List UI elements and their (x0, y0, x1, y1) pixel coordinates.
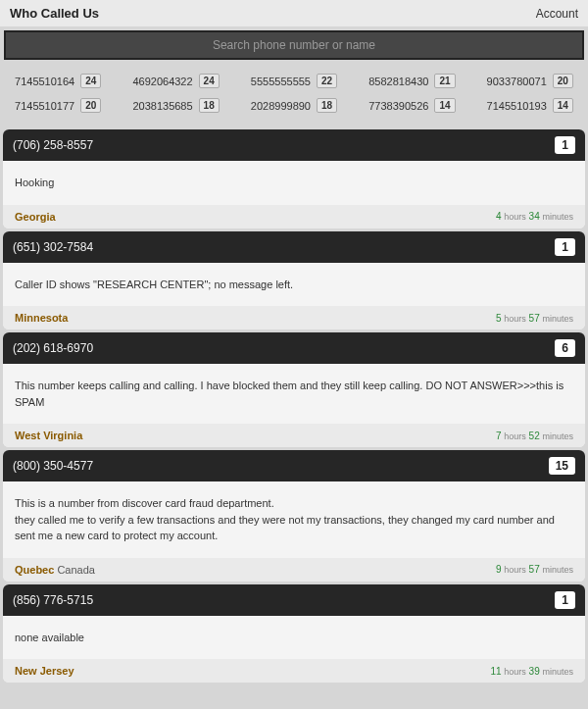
trending-number-text: 5555555555 (251, 76, 311, 87)
entry-location[interactable]: Georgia (15, 211, 56, 223)
entry-timestamp: 7 hours 52 minutes (496, 430, 573, 441)
entry-footer: West Virginia7 hours 52 minutes (3, 424, 585, 447)
entry-count-badge: 1 (555, 238, 575, 256)
entry-country: Canada (57, 564, 95, 576)
entry-comment: Caller ID shows "RESEARCH CENTER"; no me… (3, 263, 585, 307)
entry-phone: (706) 258-8557 (13, 138, 93, 152)
entry: (706) 258-85571HookingGeorgia4 hours 34 … (3, 129, 585, 228)
entry-count-badge: 1 (555, 591, 575, 609)
entry-header[interactable]: (202) 618-69706 (3, 332, 585, 364)
trending-number[interactable]: 714551017720 (15, 98, 101, 113)
trending-number[interactable]: 202899989018 (251, 98, 337, 113)
entry-state: Quebec (15, 564, 54, 576)
trending-count-badge: 22 (317, 74, 337, 88)
entry-timestamp: 5 hours 57 minutes (496, 313, 573, 324)
entry-count-badge: 15 (549, 457, 575, 475)
trending-number-text: 8582818430 (368, 76, 428, 87)
entry-comment: This number keeps calling and calling. I… (3, 364, 585, 424)
trending-number[interactable]: 773839052614 (368, 98, 455, 113)
entry: (856) 776-57151none availableNew Jersey1… (3, 584, 585, 684)
entry-phone: (202) 618-6970 (13, 341, 93, 355)
trending-number-text: 7145510193 (487, 100, 547, 112)
entry-comment: Hooking (3, 161, 585, 205)
trending-count-badge: 20 (80, 98, 101, 113)
entry-footer: Minnesota5 hours 57 minutes (3, 306, 585, 329)
entry-phone: (856) 776-5715 (13, 593, 93, 607)
trending-count-badge: 18 (317, 98, 337, 113)
site-brand[interactable]: Who Called Us (10, 6, 99, 21)
trending-number[interactable]: 714551019314 (487, 98, 573, 113)
entry-header[interactable]: (856) 776-57151 (3, 584, 585, 616)
entry-footer: New Jersey11 hours 39 minutes (3, 659, 585, 683)
entry-footer: Georgia4 hours 34 minutes (3, 205, 585, 228)
trending-count-badge: 21 (434, 74, 455, 88)
search-placeholder: Search phone number or name (213, 38, 375, 52)
entry: (800) 350-457715This is a number from di… (3, 450, 585, 582)
entry-count-badge: 1 (555, 136, 575, 154)
entry-phone: (800) 350-4577 (13, 459, 93, 473)
trending-count-badge: 18 (199, 98, 220, 113)
trending-count-badge: 24 (199, 74, 220, 88)
entry: (202) 618-69706This number keeps calling… (3, 332, 585, 447)
entry-state: Minnesota (15, 312, 68, 324)
trending-number-text: 7145510164 (15, 76, 74, 87)
entry: (651) 302-75841Caller ID shows "RESEARCH… (3, 231, 585, 330)
entry-timestamp: 11 hours 39 minutes (490, 666, 573, 677)
entry-location[interactable]: West Virginia (15, 430, 82, 441)
entry-location[interactable]: New Jersey (15, 665, 74, 677)
entry-header[interactable]: (800) 350-457715 (3, 450, 585, 481)
trending-number-text: 2038135685 (132, 100, 192, 112)
account-link[interactable]: Account (536, 7, 578, 21)
trending-count-badge: 20 (553, 74, 573, 88)
entry-timestamp: 4 hours 34 minutes (496, 211, 573, 222)
search-input[interactable]: Search phone number or name (4, 30, 584, 60)
entry-state: New Jersey (15, 665, 74, 677)
entry-header[interactable]: (651) 302-75841 (3, 231, 585, 263)
trending-number[interactable]: 903378007120 (487, 74, 573, 88)
trending-number-text: 2028999890 (251, 100, 311, 112)
trending-number-text: 7738390526 (368, 100, 428, 112)
entry-count-badge: 6 (555, 339, 575, 357)
search-wrap: Search phone number or name (0, 26, 588, 64)
entry-state: Georgia (15, 211, 56, 223)
entry-state: West Virginia (15, 430, 82, 441)
trending-count-badge: 14 (553, 98, 573, 113)
trending-number[interactable]: 203813568518 (132, 98, 219, 113)
entry-header[interactable]: (706) 258-85571 (3, 129, 585, 161)
entry-comment: This is a number from discover card frau… (3, 481, 585, 558)
entry-timestamp: 9 hours 57 minutes (496, 564, 573, 575)
entry-location[interactable]: Quebec Canada (15, 564, 95, 576)
trending-number-text: 7145510177 (15, 100, 74, 112)
entries-list: (706) 258-85571HookingGeorgia4 hours 34 … (0, 129, 588, 683)
trending-number-text: 9033780071 (487, 76, 547, 87)
top-bar: Who Called Us Account (0, 0, 588, 26)
trending-count-badge: 14 (434, 98, 455, 113)
trending-number[interactable]: 858281843021 (368, 74, 455, 88)
trending-number[interactable]: 469206432224 (132, 74, 219, 88)
trending-number-text: 4692064322 (132, 76, 192, 87)
trending-numbers: 7145510164244692064322245555555555228582… (0, 64, 588, 127)
entry-location[interactable]: Minnesota (15, 312, 68, 324)
trending-number[interactable]: 714551016424 (15, 74, 101, 88)
trending-count-badge: 24 (80, 74, 101, 88)
entry-phone: (651) 302-7584 (13, 240, 93, 254)
entry-comment: none available (3, 616, 585, 660)
entry-footer: Quebec Canada9 hours 57 minutes (3, 558, 585, 582)
trending-number[interactable]: 555555555522 (251, 74, 337, 88)
